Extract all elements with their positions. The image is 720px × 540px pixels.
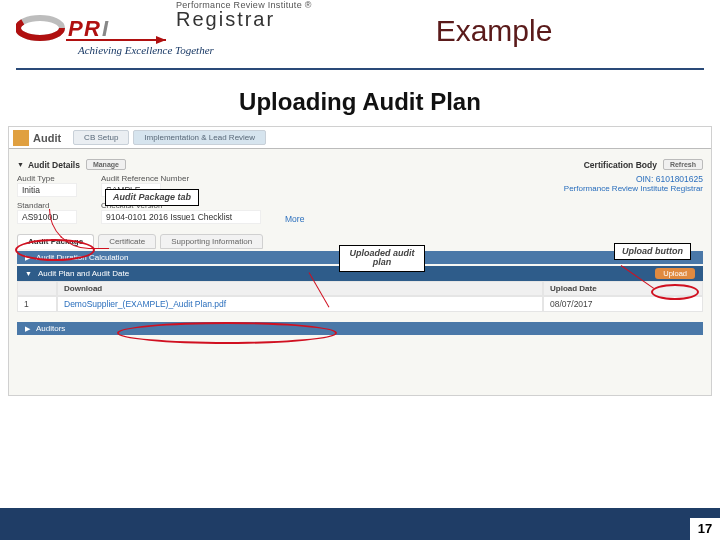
page-number: 17 [690,518,720,540]
cert-body-name[interactable]: Performance Review Institute Registrar [442,184,703,193]
upload-button[interactable]: Upload [655,268,695,279]
checklist-ver-value: 9104-0101 2016 Issue1 Checklist [101,210,261,224]
audit-details-label: Audit Details [28,160,80,170]
audit-icon [13,130,29,146]
slide-title: Example [336,6,692,48]
svg-text:I: I [102,16,109,41]
row-date: 08/07/2017 [543,296,703,312]
screenshot-panel: Audit CB Setup Implementation & Lead Rev… [8,126,712,396]
section-dur-label: Audit Duration Calculation [36,253,129,262]
audit-details-heading: ▼ Audit Details Manage [17,159,434,170]
pri-logo-icon: P R I [16,10,166,46]
callout-upload-button: Upload button [614,243,691,260]
section-plan-label: Audit Plan and Audit Date [38,269,129,278]
section-auditors[interactable]: ▶Auditors [17,322,703,335]
manage-button[interactable]: Manage [86,159,126,170]
cert-body-label: Certification Body [584,160,657,170]
slide-header: P R I Performance Review Institute ® Reg… [0,0,720,62]
col-download: Download [57,281,543,296]
chevron-right-icon: ▶ [25,325,30,332]
tab-impl-review[interactable]: Implementation & Lead Review [133,130,266,145]
upload-table-header: Download Upload Date [17,281,703,296]
upload-table-row[interactable]: 1 DemoSupplier_(EXAMPLE)_Audit Plan.pdf … [17,296,703,312]
audit-type-value: Initia [17,183,77,197]
chevron-down-icon: ▼ [17,161,24,168]
row-filename[interactable]: DemoSupplier_(EXAMPLE)_Audit Plan.pdf [57,296,543,312]
col-upload-date: Upload Date [543,281,703,296]
brand-logo: P R I Performance Review Institute ® Reg… [16,6,336,62]
app-title: Audit [33,132,61,144]
header-divider [16,68,704,70]
svg-text:P: P [68,16,83,41]
app-tab-bar: Audit CB Setup Implementation & Lead Rev… [9,127,711,149]
chevron-down-icon: ▼ [25,270,32,277]
section-auditors-label: Auditors [36,324,65,333]
row-number: 1 [17,296,57,312]
chevron-right-icon: ▶ [25,254,30,261]
svg-text:R: R [84,16,100,41]
callout-uploaded-plan: Uploaded audit plan [339,245,425,272]
slide-footer-bar [0,508,720,540]
refresh-button[interactable]: Refresh [663,159,703,170]
more-link[interactable]: More [285,214,304,224]
cert-body-heading: Certification Body Refresh [442,159,703,170]
brand-tagline: Achieving Excellence Together [78,44,214,56]
brand-main: Registrar [176,8,275,31]
slide-subtitle: Uploading Audit Plan [0,88,720,116]
tab-supporting-info[interactable]: Supporting Information [160,234,263,249]
audit-ref-label: Audit Reference Number [101,174,189,183]
tab-cb-setup[interactable]: CB Setup [73,130,129,145]
cert-body-oin[interactable]: OIN: 6101801625 [442,174,703,184]
audit-type-label: Audit Type [17,174,77,183]
callout-audit-package-tab: Audit Package tab [105,189,199,206]
